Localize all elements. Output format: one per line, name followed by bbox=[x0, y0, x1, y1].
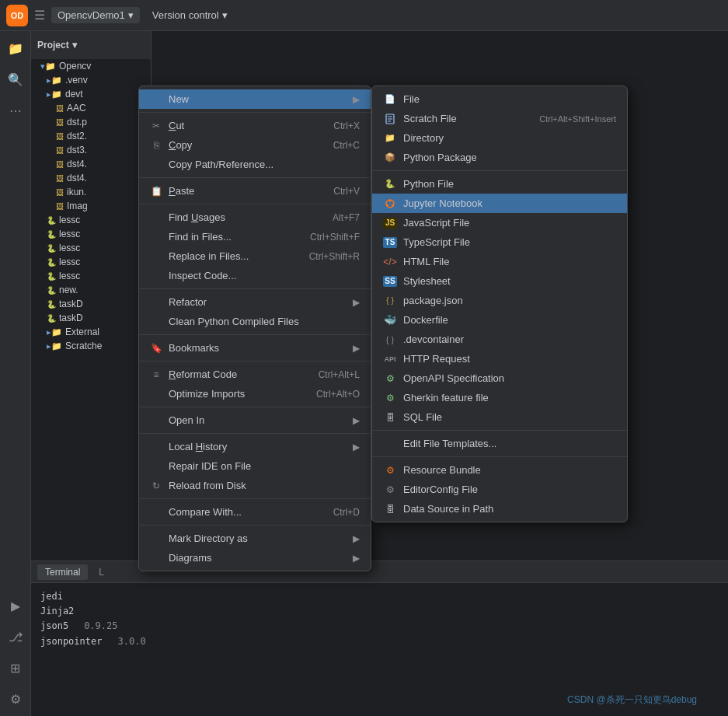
tree-item-ikun[interactable]: 🖼 ikun. bbox=[31, 185, 151, 199]
submenu-new: 📄 File Scratch File Ctrl+Alt+Shift+Inser… bbox=[371, 86, 628, 522]
tree-item-venv[interactable]: ▸📁 .venv bbox=[31, 73, 151, 87]
menu-item-compare-with[interactable]: Compare With... Ctrl+D bbox=[139, 502, 371, 522]
submenu-python-file[interactable]: 🐍 Python File bbox=[372, 174, 627, 194]
submenu-typescript[interactable]: TS TypeScript File bbox=[372, 232, 627, 252]
submenu-html[interactable]: </> HTML File bbox=[372, 252, 627, 271]
copy-icon: ⎘ bbox=[150, 140, 162, 151]
devcontainer-icon: { } bbox=[383, 334, 397, 345]
tree-item-lessc4[interactable]: 🐍 lessc bbox=[31, 255, 151, 269]
watermark: CSDN @杀死一只知更鸟debug bbox=[567, 693, 697, 707]
img-icon-6: 🖼 bbox=[56, 174, 64, 183]
tree-item-scratche[interactable]: ▸📁 Scratche bbox=[31, 339, 151, 353]
tree-item-dst3[interactable]: 🖼 dst3. bbox=[31, 143, 151, 157]
sidebar-icon-play[interactable]: ▶ bbox=[5, 595, 26, 616]
docker-icon: 🐳 bbox=[383, 315, 397, 326]
menu-item-repair-ide[interactable]: Repair IDE on File bbox=[139, 456, 371, 476]
file-icon: 📄 bbox=[383, 94, 397, 105]
json-icon: { } bbox=[383, 295, 397, 306]
submenu-devcontainer[interactable]: { } .devcontainer bbox=[372, 330, 627, 349]
menu-item-clean-python[interactable]: Clean Python Compiled Files bbox=[139, 312, 371, 331]
menu-item-open-in[interactable]: Open In ▶ bbox=[139, 410, 371, 430]
submenu-editorconfig[interactable]: ⚙ EditorConfig File bbox=[372, 480, 627, 499]
submenu-dockerfile[interactable]: 🐳 Dockerfile bbox=[372, 310, 627, 330]
tree-item-taskd1[interactable]: 🐍 taskD bbox=[31, 297, 151, 311]
sidebar-icon-dots[interactable]: ⋯ bbox=[5, 100, 26, 121]
menu-item-mark-dir[interactable]: Mark Directory as ▶ bbox=[139, 529, 371, 548]
term-row-4: jsonpointer 3.0.0 bbox=[40, 634, 719, 649]
sidebar-icon-git[interactable]: ⎇ bbox=[5, 626, 26, 648]
sidebar-icon-folder[interactable]: 📁 bbox=[5, 37, 26, 59]
edit-templates-icon bbox=[383, 438, 397, 449]
project-label: Project bbox=[37, 40, 69, 51]
menu-item-diagrams[interactable]: Diagrams ▶ bbox=[139, 548, 371, 568]
tree-item-dst4b[interactable]: 🖼 dst4. bbox=[31, 171, 151, 185]
sidebar-icon-search[interactable]: 🔍 bbox=[5, 68, 26, 90]
project-selector[interactable]: OpencvDemo1 ▾ bbox=[51, 7, 140, 23]
submenu-edit-templates[interactable]: Edit File Templates... bbox=[372, 434, 627, 453]
menu-item-copy-path[interactable]: Copy Path/Reference... bbox=[139, 155, 371, 174]
tree-item-lessc5[interactable]: 🐍 lessc bbox=[31, 269, 151, 283]
submenu-directory[interactable]: 📁 Directory bbox=[372, 128, 627, 148]
submenu-package-json[interactable]: { } package.json bbox=[372, 291, 627, 310]
submenu-jupyter[interactable]: Jupyter Notebook bbox=[372, 194, 627, 213]
paste-icon: 📋 bbox=[150, 186, 162, 197]
menu-item-bookmarks[interactable]: 🔖 Bookmarks ▶ bbox=[139, 338, 371, 358]
menu-item-cut[interactable]: ✂ Cut Ctrl+X bbox=[139, 116, 371, 135]
project-header-chevron: ▾ bbox=[72, 40, 77, 51]
package-json-label: package.json bbox=[403, 295, 463, 306]
tree-item-taskd2[interactable]: 🐍 taskD bbox=[31, 311, 151, 325]
submenu-datasource[interactable]: 🗄 Data Source in Path bbox=[372, 499, 627, 519]
menu-item-reload-disk[interactable]: ↻ Reload from Disk bbox=[139, 476, 371, 495]
menu-item-new[interactable]: New ▶ bbox=[139, 89, 371, 109]
tree-item-lessc2[interactable]: 🐍 lessc bbox=[31, 227, 151, 241]
menu-item-paste[interactable]: 📋 Paste Ctrl+V bbox=[139, 181, 371, 201]
submenu-gherkin[interactable]: ⚙ Gherkin feature file bbox=[372, 388, 627, 407]
submenu-openapi[interactable]: ⚙ OpenAPI Specification bbox=[372, 368, 627, 388]
submenu-javascript[interactable]: JS JavaScript File bbox=[372, 213, 627, 232]
project-name: OpencvDemo1 bbox=[57, 9, 125, 21]
menu-item-inspect-code[interactable]: Inspect Code... bbox=[139, 266, 371, 285]
tree-item-aac[interactable]: 🖼 AAC bbox=[31, 101, 151, 115]
submenu-http-request[interactable]: API HTTP Request bbox=[372, 349, 627, 368]
tree-item-dst2[interactable]: 🖼 dst2. bbox=[31, 129, 151, 143]
menu-item-replace-in-files[interactable]: Replace in Files... Ctrl+Shift+R bbox=[139, 246, 371, 266]
version-control-btn[interactable]: Version control ▾ bbox=[146, 7, 234, 23]
external-icon: ▸📁 bbox=[47, 327, 62, 337]
http-label: HTTP Request bbox=[403, 353, 470, 365]
tab-l[interactable]: L bbox=[91, 564, 112, 580]
submenu-sql-file[interactable]: 🗄 SQL File bbox=[372, 407, 627, 427]
sidebar-icon-settings[interactable]: ⚙ bbox=[5, 688, 26, 710]
tree-item-imag[interactable]: 🖼 Imag bbox=[31, 199, 151, 213]
refactor-arrow: ▶ bbox=[353, 297, 360, 308]
submenu-python-package[interactable]: 📦 Python Package bbox=[372, 148, 627, 167]
menu-item-find-usages[interactable]: Find Usages Alt+F7 bbox=[139, 208, 371, 227]
sep8 bbox=[139, 433, 371, 434]
tree-item-dst4a[interactable]: 🖼 dst4. bbox=[31, 157, 151, 171]
pypackage-label: Python Package bbox=[403, 152, 477, 163]
bottom-tabs: Terminal L bbox=[31, 561, 728, 583]
tree-item-devt[interactable]: ▸📁 devt bbox=[31, 87, 151, 101]
menu-item-optimize-imports[interactable]: Optimize Imports Ctrl+Alt+O bbox=[139, 384, 371, 403]
bottom-bar: Terminal L jedi Jinja2 json5 0.9.25 json… bbox=[31, 561, 728, 716]
tree-item-external[interactable]: ▸📁 External bbox=[31, 325, 151, 339]
submenu-resource-bundle[interactable]: ⚙ Resource Bundle bbox=[372, 460, 627, 480]
datasource-label: Data Source in Path bbox=[403, 503, 493, 515]
tree-item-lessc3[interactable]: 🐍 lessc bbox=[31, 241, 151, 255]
submenu-file[interactable]: 📄 File bbox=[372, 89, 627, 109]
menu-item-find-in-files[interactable]: Find in Files... Ctrl+Shift+F bbox=[139, 227, 371, 246]
tree-root[interactable]: ▾📁 Opencv bbox=[31, 59, 151, 73]
menu-item-refactor[interactable]: Refactor ▶ bbox=[139, 292, 371, 312]
tree-item-lessc1[interactable]: 🐍 lessc bbox=[31, 213, 151, 227]
tree-item-new[interactable]: 🐍 new. bbox=[31, 283, 151, 297]
hamburger-icon[interactable]: ☰ bbox=[34, 8, 45, 23]
menu-item-reformat[interactable]: ≡ Reformat Code Ctrl+Alt+L bbox=[139, 365, 371, 384]
tree-item-dst[interactable]: 🖼 dst.p bbox=[31, 115, 151, 129]
openapi-label: OpenAPI Specification bbox=[403, 372, 504, 384]
menu-item-copy[interactable]: ⎘ Copy Ctrl+C bbox=[139, 135, 371, 155]
menu-item-local-history[interactable]: Local History ▶ bbox=[139, 437, 371, 456]
tab-terminal[interactable]: Terminal bbox=[37, 564, 88, 580]
sidebar-icon-layers[interactable]: ⊞ bbox=[5, 657, 26, 679]
submenu-stylesheet[interactable]: SS Stylesheet bbox=[372, 271, 627, 291]
submenu-scratch-file[interactable]: Scratch File Ctrl+Alt+Shift+Insert bbox=[372, 109, 627, 128]
devcontainer-label: .devcontainer bbox=[403, 334, 464, 345]
